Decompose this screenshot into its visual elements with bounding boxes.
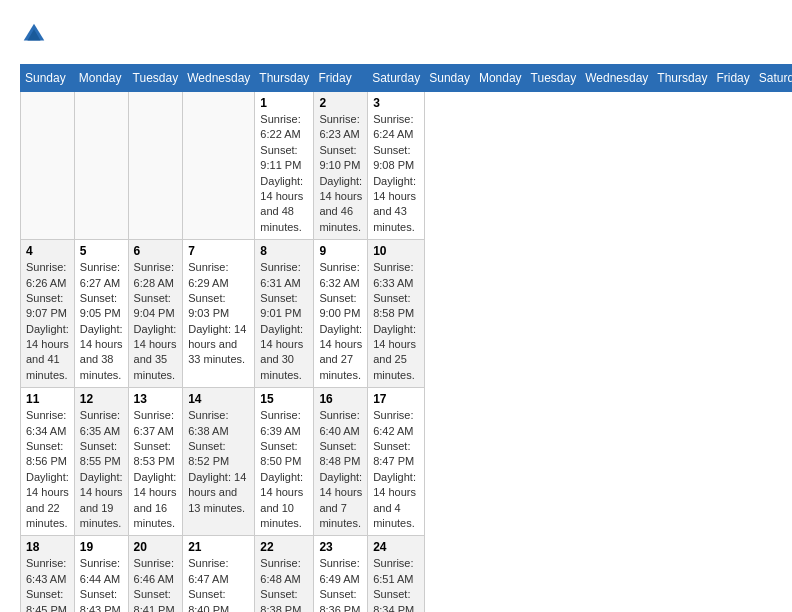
calendar-table: SundayMondayTuesdayWednesdayThursdayFrid…	[20, 64, 792, 612]
weekday-header-wednesday: Wednesday	[183, 65, 255, 92]
day-number: 8	[260, 244, 308, 258]
calendar-day-cell: 8Sunrise: 6:31 AM Sunset: 9:01 PM Daylig…	[255, 240, 314, 388]
calendar-day-cell: 24Sunrise: 6:51 AM Sunset: 8:34 PM Dayli…	[368, 536, 425, 612]
day-info: Sunrise: 6:38 AM Sunset: 8:52 PM Dayligh…	[188, 408, 249, 516]
day-info: Sunrise: 6:32 AM Sunset: 9:00 PM Dayligh…	[319, 260, 362, 383]
day-number: 2	[319, 96, 362, 110]
day-info: Sunrise: 6:43 AM Sunset: 8:45 PM Dayligh…	[26, 556, 69, 612]
day-number: 14	[188, 392, 249, 406]
calendar-week-3: 11Sunrise: 6:34 AM Sunset: 8:56 PM Dayli…	[21, 388, 793, 536]
day-info: Sunrise: 6:48 AM Sunset: 8:38 PM Dayligh…	[260, 556, 308, 612]
weekday-header-tuesday: Tuesday	[128, 65, 183, 92]
day-number: 13	[134, 392, 178, 406]
day-info: Sunrise: 6:49 AM Sunset: 8:36 PM Dayligh…	[319, 556, 362, 612]
calendar-day-cell	[128, 92, 183, 240]
calendar-day-cell: 16Sunrise: 6:40 AM Sunset: 8:48 PM Dayli…	[314, 388, 368, 536]
day-info: Sunrise: 6:27 AM Sunset: 9:05 PM Dayligh…	[80, 260, 123, 383]
weekday-header-monday: Monday	[74, 65, 128, 92]
day-info: Sunrise: 6:51 AM Sunset: 8:34 PM Dayligh…	[373, 556, 419, 612]
day-info: Sunrise: 6:24 AM Sunset: 9:08 PM Dayligh…	[373, 112, 419, 235]
weekday-header-friday: Friday	[712, 65, 754, 92]
day-number: 21	[188, 540, 249, 554]
calendar-day-cell: 18Sunrise: 6:43 AM Sunset: 8:45 PM Dayli…	[21, 536, 75, 612]
calendar-day-cell: 20Sunrise: 6:46 AM Sunset: 8:41 PM Dayli…	[128, 536, 183, 612]
weekday-header-row: SundayMondayTuesdayWednesdayThursdayFrid…	[21, 65, 793, 92]
day-info: Sunrise: 6:39 AM Sunset: 8:50 PM Dayligh…	[260, 408, 308, 531]
logo-icon	[20, 20, 48, 48]
day-number: 10	[373, 244, 419, 258]
calendar-day-cell: 21Sunrise: 6:47 AM Sunset: 8:40 PM Dayli…	[183, 536, 255, 612]
day-info: Sunrise: 6:40 AM Sunset: 8:48 PM Dayligh…	[319, 408, 362, 531]
calendar-day-cell	[21, 92, 75, 240]
day-info: Sunrise: 6:46 AM Sunset: 8:41 PM Dayligh…	[134, 556, 178, 612]
calendar-day-cell: 12Sunrise: 6:35 AM Sunset: 8:55 PM Dayli…	[74, 388, 128, 536]
weekday-header-thursday: Thursday	[653, 65, 712, 92]
calendar-day-cell: 5Sunrise: 6:27 AM Sunset: 9:05 PM Daylig…	[74, 240, 128, 388]
calendar-day-cell	[183, 92, 255, 240]
day-number: 12	[80, 392, 123, 406]
day-number: 23	[319, 540, 362, 554]
page-header	[20, 20, 772, 48]
day-info: Sunrise: 6:22 AM Sunset: 9:11 PM Dayligh…	[260, 112, 308, 235]
weekday-header-tuesday: Tuesday	[526, 65, 581, 92]
day-info: Sunrise: 6:28 AM Sunset: 9:04 PM Dayligh…	[134, 260, 178, 383]
day-number: 17	[373, 392, 419, 406]
day-number: 24	[373, 540, 419, 554]
day-number: 18	[26, 540, 69, 554]
calendar-day-cell: 3Sunrise: 6:24 AM Sunset: 9:08 PM Daylig…	[368, 92, 425, 240]
day-number: 4	[26, 244, 69, 258]
logo	[20, 20, 52, 48]
calendar-week-4: 18Sunrise: 6:43 AM Sunset: 8:45 PM Dayli…	[21, 536, 793, 612]
day-info: Sunrise: 6:35 AM Sunset: 8:55 PM Dayligh…	[80, 408, 123, 531]
calendar-day-cell: 23Sunrise: 6:49 AM Sunset: 8:36 PM Dayli…	[314, 536, 368, 612]
calendar-day-cell: 10Sunrise: 6:33 AM Sunset: 8:58 PM Dayli…	[368, 240, 425, 388]
day-number: 20	[134, 540, 178, 554]
weekday-header-wednesday: Wednesday	[581, 65, 653, 92]
calendar-day-cell: 1Sunrise: 6:22 AM Sunset: 9:11 PM Daylig…	[255, 92, 314, 240]
day-number: 19	[80, 540, 123, 554]
weekday-header-sunday: Sunday	[21, 65, 75, 92]
day-info: Sunrise: 6:44 AM Sunset: 8:43 PM Dayligh…	[80, 556, 123, 612]
weekday-header-thursday: Thursday	[255, 65, 314, 92]
day-info: Sunrise: 6:34 AM Sunset: 8:56 PM Dayligh…	[26, 408, 69, 531]
day-number: 15	[260, 392, 308, 406]
calendar-day-cell: 7Sunrise: 6:29 AM Sunset: 9:03 PM Daylig…	[183, 240, 255, 388]
day-info: Sunrise: 6:26 AM Sunset: 9:07 PM Dayligh…	[26, 260, 69, 383]
day-info: Sunrise: 6:29 AM Sunset: 9:03 PM Dayligh…	[188, 260, 249, 368]
day-info: Sunrise: 6:37 AM Sunset: 8:53 PM Dayligh…	[134, 408, 178, 531]
calendar-day-cell: 22Sunrise: 6:48 AM Sunset: 8:38 PM Dayli…	[255, 536, 314, 612]
weekday-header-saturday: Saturday	[754, 65, 792, 92]
day-info: Sunrise: 6:31 AM Sunset: 9:01 PM Dayligh…	[260, 260, 308, 383]
calendar-day-cell: 11Sunrise: 6:34 AM Sunset: 8:56 PM Dayli…	[21, 388, 75, 536]
day-number: 16	[319, 392, 362, 406]
calendar-day-cell: 15Sunrise: 6:39 AM Sunset: 8:50 PM Dayli…	[255, 388, 314, 536]
calendar-day-cell	[74, 92, 128, 240]
weekday-header-monday: Monday	[474, 65, 526, 92]
day-number: 5	[80, 244, 123, 258]
weekday-header-saturday: Saturday	[368, 65, 425, 92]
day-number: 6	[134, 244, 178, 258]
day-number: 7	[188, 244, 249, 258]
day-info: Sunrise: 6:47 AM Sunset: 8:40 PM Dayligh…	[188, 556, 249, 612]
day-number: 9	[319, 244, 362, 258]
day-number: 22	[260, 540, 308, 554]
calendar-day-cell: 6Sunrise: 6:28 AM Sunset: 9:04 PM Daylig…	[128, 240, 183, 388]
calendar-day-cell: 4Sunrise: 6:26 AM Sunset: 9:07 PM Daylig…	[21, 240, 75, 388]
calendar-day-cell: 9Sunrise: 6:32 AM Sunset: 9:00 PM Daylig…	[314, 240, 368, 388]
calendar-week-1: 1Sunrise: 6:22 AM Sunset: 9:11 PM Daylig…	[21, 92, 793, 240]
calendar-day-cell: 13Sunrise: 6:37 AM Sunset: 8:53 PM Dayli…	[128, 388, 183, 536]
day-info: Sunrise: 6:42 AM Sunset: 8:47 PM Dayligh…	[373, 408, 419, 531]
calendar-day-cell: 17Sunrise: 6:42 AM Sunset: 8:47 PM Dayli…	[368, 388, 425, 536]
weekday-header-friday: Friday	[314, 65, 368, 92]
calendar-day-cell: 19Sunrise: 6:44 AM Sunset: 8:43 PM Dayli…	[74, 536, 128, 612]
weekday-header-sunday: Sunday	[425, 65, 475, 92]
day-number: 1	[260, 96, 308, 110]
day-info: Sunrise: 6:33 AM Sunset: 8:58 PM Dayligh…	[373, 260, 419, 383]
day-number: 3	[373, 96, 419, 110]
day-info: Sunrise: 6:23 AM Sunset: 9:10 PM Dayligh…	[319, 112, 362, 235]
calendar-week-2: 4Sunrise: 6:26 AM Sunset: 9:07 PM Daylig…	[21, 240, 793, 388]
calendar-day-cell: 14Sunrise: 6:38 AM Sunset: 8:52 PM Dayli…	[183, 388, 255, 536]
day-number: 11	[26, 392, 69, 406]
calendar-day-cell: 2Sunrise: 6:23 AM Sunset: 9:10 PM Daylig…	[314, 92, 368, 240]
